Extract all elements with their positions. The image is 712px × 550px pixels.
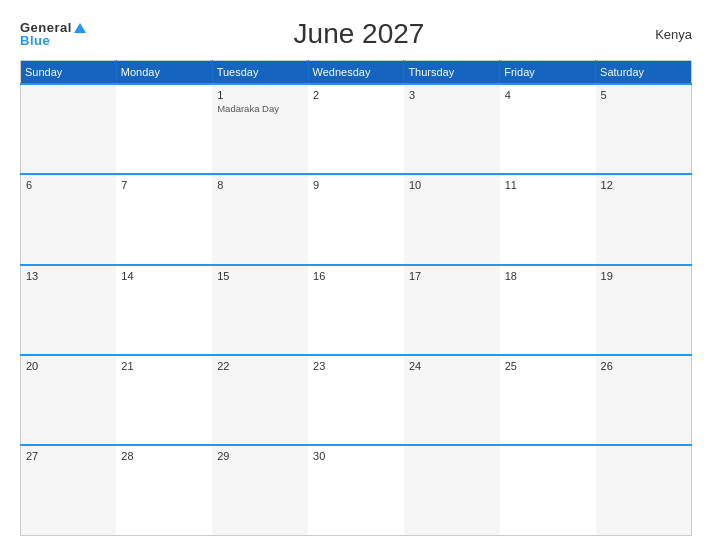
calendar-cell: 17 xyxy=(404,265,500,355)
calendar-cell: 8 xyxy=(212,174,308,264)
calendar-cell: 25 xyxy=(500,355,596,445)
header-saturday: Saturday xyxy=(596,61,692,85)
day-number: 4 xyxy=(505,89,591,101)
day-number: 18 xyxy=(505,270,591,282)
day-number: 22 xyxy=(217,360,303,372)
calendar-week-row: 13141516171819 xyxy=(21,265,692,355)
header-monday: Monday xyxy=(116,61,212,85)
calendar-cell xyxy=(500,445,596,535)
calendar-cell: 19 xyxy=(596,265,692,355)
logo: General Blue xyxy=(20,21,86,47)
day-number: 27 xyxy=(26,450,111,462)
calendar-cell: 15 xyxy=(212,265,308,355)
calendar-cell: 18 xyxy=(500,265,596,355)
calendar-cell: 4 xyxy=(500,84,596,174)
logo-triangle-icon xyxy=(74,23,86,33)
day-number: 10 xyxy=(409,179,495,191)
day-number: 12 xyxy=(601,179,686,191)
calendar-cell: 9 xyxy=(308,174,404,264)
day-number: 13 xyxy=(26,270,111,282)
calendar-cell: 11 xyxy=(500,174,596,264)
day-number: 26 xyxy=(601,360,686,372)
day-number: 5 xyxy=(601,89,686,101)
header-friday: Friday xyxy=(500,61,596,85)
header: General Blue June 2027 Kenya xyxy=(20,18,692,50)
calendar-cell: 16 xyxy=(308,265,404,355)
calendar-table: Sunday Monday Tuesday Wednesday Thursday… xyxy=(20,60,692,536)
calendar-cell: 12 xyxy=(596,174,692,264)
calendar-week-row: 1Madaraka Day2345 xyxy=(21,84,692,174)
calendar-cell: 3 xyxy=(404,84,500,174)
country-label: Kenya xyxy=(632,27,692,42)
day-number: 15 xyxy=(217,270,303,282)
calendar-cell: 26 xyxy=(596,355,692,445)
calendar-cell: 23 xyxy=(308,355,404,445)
calendar-cell: 24 xyxy=(404,355,500,445)
day-number: 30 xyxy=(313,450,399,462)
calendar-cell: 7 xyxy=(116,174,212,264)
day-number: 28 xyxy=(121,450,207,462)
day-number: 9 xyxy=(313,179,399,191)
logo-blue-text: Blue xyxy=(20,34,86,47)
day-number: 8 xyxy=(217,179,303,191)
day-number: 19 xyxy=(601,270,686,282)
day-number: 20 xyxy=(26,360,111,372)
calendar-cell: 28 xyxy=(116,445,212,535)
day-number: 16 xyxy=(313,270,399,282)
day-number: 14 xyxy=(121,270,207,282)
day-number: 6 xyxy=(26,179,111,191)
day-number: 21 xyxy=(121,360,207,372)
calendar-week-row: 27282930 xyxy=(21,445,692,535)
calendar-cell: 20 xyxy=(21,355,117,445)
header-sunday: Sunday xyxy=(21,61,117,85)
calendar-cell: 1Madaraka Day xyxy=(212,84,308,174)
header-tuesday: Tuesday xyxy=(212,61,308,85)
calendar-cell: 2 xyxy=(308,84,404,174)
calendar-cell: 22 xyxy=(212,355,308,445)
weekday-header-row: Sunday Monday Tuesday Wednesday Thursday… xyxy=(21,61,692,85)
day-number: 23 xyxy=(313,360,399,372)
day-number: 7 xyxy=(121,179,207,191)
calendar-cell: 29 xyxy=(212,445,308,535)
calendar-cell: 13 xyxy=(21,265,117,355)
calendar-page: General Blue June 2027 Kenya Sunday Mond… xyxy=(0,0,712,550)
calendar-week-row: 6789101112 xyxy=(21,174,692,264)
calendar-cell: 6 xyxy=(21,174,117,264)
calendar-cell xyxy=(21,84,117,174)
header-wednesday: Wednesday xyxy=(308,61,404,85)
calendar-cell: 14 xyxy=(116,265,212,355)
calendar-week-row: 20212223242526 xyxy=(21,355,692,445)
day-number: 17 xyxy=(409,270,495,282)
header-thursday: Thursday xyxy=(404,61,500,85)
calendar-cell: 30 xyxy=(308,445,404,535)
calendar-cell: 21 xyxy=(116,355,212,445)
calendar-title: June 2027 xyxy=(86,18,632,50)
day-number: 2 xyxy=(313,89,399,101)
day-number: 3 xyxy=(409,89,495,101)
calendar-cell: 10 xyxy=(404,174,500,264)
calendar-cell: 27 xyxy=(21,445,117,535)
day-number: 25 xyxy=(505,360,591,372)
holiday-label: Madaraka Day xyxy=(217,103,303,114)
day-number: 24 xyxy=(409,360,495,372)
calendar-cell: 5 xyxy=(596,84,692,174)
calendar-cell xyxy=(596,445,692,535)
calendar-cell xyxy=(404,445,500,535)
calendar-cell xyxy=(116,84,212,174)
day-number: 29 xyxy=(217,450,303,462)
day-number: 1 xyxy=(217,89,303,101)
day-number: 11 xyxy=(505,179,591,191)
